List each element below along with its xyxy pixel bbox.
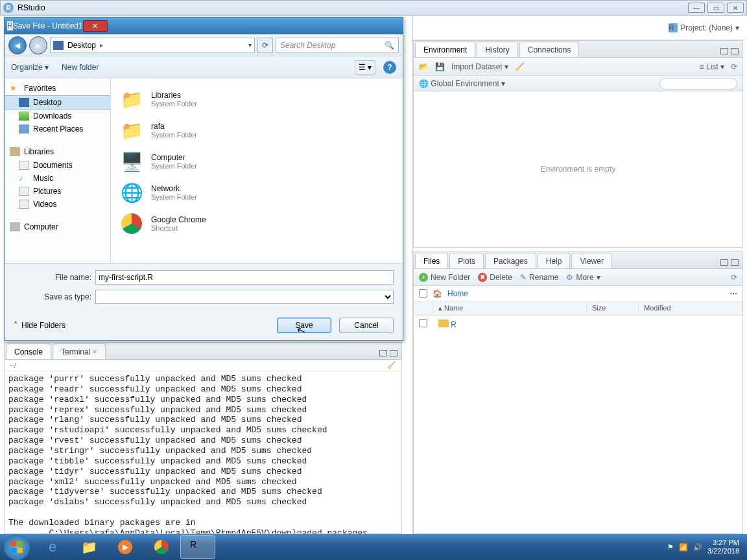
col-name[interactable]: ▴ Name <box>433 301 587 315</box>
star-icon: ★ <box>10 84 20 93</box>
row-checkbox[interactable] <box>419 319 427 327</box>
new-folder-button[interactable]: +New Folder <box>419 273 470 282</box>
maximize-pane-icon[interactable] <box>390 350 397 356</box>
console-pane: Console Terminal × ~/ 🧹 package 'purrr' … <box>4 342 402 534</box>
rename-button[interactable]: ✎Rename <box>520 273 558 282</box>
nav-item-music[interactable]: ♪Music <box>5 172 110 185</box>
env-search-input[interactable] <box>659 78 737 89</box>
back-button[interactable]: ◄ <box>8 36 27 54</box>
taskbar-chrome[interactable] <box>144 535 179 559</box>
refresh-icon[interactable]: ⟳ <box>731 62 737 71</box>
minimize-pane-icon[interactable] <box>720 48 728 54</box>
forward-button[interactable]: ► <box>29 36 47 54</box>
view-list-menu[interactable]: ≡ List ▾ <box>700 62 724 71</box>
breadcrumb[interactable]: Desktop ▸ ▾ <box>50 38 255 53</box>
dialog-close-button[interactable]: ✕ <box>83 20 108 32</box>
taskbar-media[interactable]: ▶ <box>108 535 143 559</box>
scope-selector[interactable]: 🌐 Global Environment ▾ <box>419 79 505 88</box>
import-dataset-menu[interactable]: Import Dataset ▾ <box>451 62 508 71</box>
console-output[interactable]: package 'purrr' successfully unpacked an… <box>5 371 401 533</box>
table-row[interactable]: R <box>414 316 742 332</box>
nav-item-videos[interactable]: Videos <box>5 198 110 211</box>
help-button[interactable]: ? <box>383 61 396 74</box>
start-button[interactable] <box>4 534 30 560</box>
chevron-right-icon: ▸ <box>100 41 103 49</box>
minimize-pane-icon[interactable] <box>379 350 387 356</box>
dialog-nav-bar: ◄ ► Desktop ▸ ▾ ⟳ Search Desktop 🔍 <box>5 34 403 56</box>
minimize-pane-icon[interactable] <box>720 259 728 266</box>
filename-input[interactable] <box>95 270 394 285</box>
more-path-icon[interactable]: ⋯ <box>729 289 737 298</box>
new-folder-button[interactable]: New folder <box>62 63 99 72</box>
computer-icon: 🖥️ <box>117 148 146 174</box>
view-options-button[interactable]: ☰ ▾ <box>355 60 375 75</box>
tab-plots[interactable]: Plots <box>449 253 484 268</box>
maximize-pane-icon[interactable] <box>731 259 739 266</box>
close-button[interactable]: ✕ <box>727 3 744 13</box>
nav-libraries: Libraries <box>24 147 54 156</box>
tab-connections[interactable]: Connections <box>519 41 580 57</box>
close-icon[interactable]: × <box>93 347 97 356</box>
nav-favorites: Favorites <box>24 84 56 93</box>
r-project-icon: R <box>669 23 678 32</box>
list-item[interactable]: 📁LibrariesSystem Folder <box>113 84 400 115</box>
rstudio-icon: R <box>3 3 14 13</box>
taskbar-ie[interactable]: e <box>35 535 70 559</box>
clear-workspace-icon[interactable]: 🧹 <box>515 62 525 71</box>
tray-flag-icon[interactable]: ⚑ <box>667 543 674 552</box>
list-item[interactable]: Google ChromeShortcut <box>113 208 400 239</box>
tab-history[interactable]: History <box>477 41 517 57</box>
col-modified[interactable]: Modified <box>639 301 742 315</box>
project-selector[interactable]: R Project: (None) ▾ <box>669 23 739 32</box>
file-list: 📁LibrariesSystem Folder 📁rafaSystem Fold… <box>111 78 403 263</box>
maximize-button[interactable]: ▭ <box>707 3 724 13</box>
network-icon: 🌐 <box>117 180 146 205</box>
save-workspace-icon[interactable]: 💾 <box>435 62 445 71</box>
taskbar-explorer[interactable]: 📁 <box>71 535 106 559</box>
home-link[interactable]: Home <box>447 289 468 298</box>
minimize-button[interactable]: — <box>688 3 705 13</box>
tray-clock[interactable]: 3:27 PM 3/22/2018 <box>707 539 739 555</box>
tray-volume-icon[interactable]: 🔊 <box>693 543 702 552</box>
search-input[interactable]: Search Desktop 🔍 <box>276 38 399 53</box>
maximize-pane-icon[interactable] <box>731 48 739 54</box>
refresh-button[interactable]: ⟳ <box>257 38 273 53</box>
list-item[interactable]: 🌐NetworkSystem Folder <box>113 177 400 208</box>
more-menu[interactable]: ⚙More ▾ <box>566 273 600 282</box>
type-select[interactable] <box>95 290 394 304</box>
list-item[interactable]: 📁rafaSystem Folder <box>113 115 400 146</box>
tray-network-icon[interactable]: 📶 <box>679 543 688 552</box>
tab-help[interactable]: Help <box>538 253 571 268</box>
list-item[interactable]: 🖥️ComputerSystem Folder <box>113 146 400 177</box>
nav-item-downloads[interactable]: Downloads <box>5 110 110 122</box>
document-icon <box>19 161 29 170</box>
hide-folders-toggle[interactable]: ˄Hide Folders <box>14 321 65 330</box>
dialog-titlebar: R Save File - Untitled1 ✕ <box>5 18 403 34</box>
organize-menu[interactable]: Organize ▾ <box>11 63 49 72</box>
library-icon <box>10 147 20 156</box>
nav-item-pictures[interactable]: Pictures <box>5 185 110 198</box>
chevron-up-icon: ˄ <box>14 321 18 330</box>
select-all-checkbox[interactable] <box>419 289 427 298</box>
tab-files[interactable]: Files <box>415 253 448 268</box>
chevron-down-icon[interactable]: ▾ <box>248 41 252 49</box>
clear-console-icon[interactable]: 🧹 <box>387 361 396 369</box>
load-workspace-icon[interactable]: 📂 <box>419 62 429 71</box>
nav-item-documents[interactable]: Documents <box>5 159 110 172</box>
tab-packages[interactable]: Packages <box>485 253 536 268</box>
delete-button[interactable]: ✖Delete <box>478 273 512 282</box>
nav-item-desktop[interactable]: Desktop <box>5 95 110 110</box>
refresh-icon[interactable]: ⟳ <box>731 273 737 282</box>
app-title: RStudio <box>18 3 45 12</box>
tab-terminal[interactable]: Terminal × <box>53 344 106 359</box>
navigation-pane: ★Favorites Desktop Downloads Recent Plac… <box>5 78 111 263</box>
tab-viewer[interactable]: Viewer <box>571 253 611 268</box>
tab-environment[interactable]: Environment <box>415 41 475 57</box>
nav-item-recent[interactable]: Recent Places <box>5 122 110 135</box>
tab-console[interactable]: Console <box>6 344 51 359</box>
nav-computer: Computer <box>24 222 58 231</box>
dialog-icon: R <box>7 21 13 30</box>
cancel-button[interactable]: Cancel <box>339 318 394 333</box>
taskbar-rstudio[interactable]: R <box>180 535 215 559</box>
col-size[interactable]: Size <box>587 301 639 315</box>
